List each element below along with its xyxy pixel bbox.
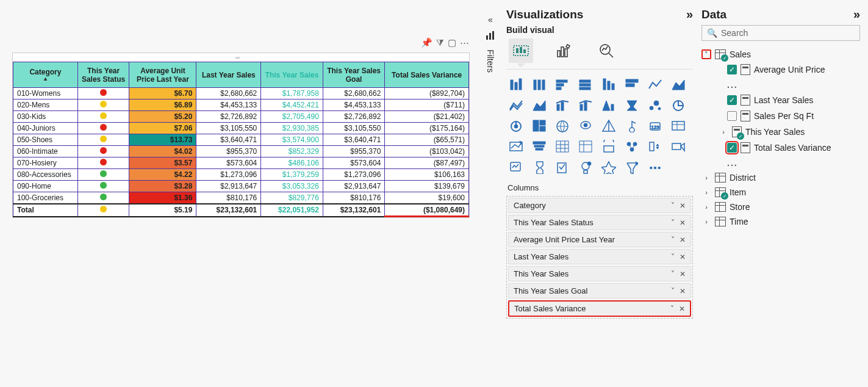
table-row[interactable]: 090-Home$3.28$2,913,647$3,053,326$2,913,… — [13, 181, 469, 192]
tree-ellipsis[interactable]: ... — [727, 156, 860, 170]
analytics-tab[interactable] — [594, 38, 619, 63]
field-pill[interactable]: Total Sales Variance˅✕ — [508, 300, 691, 317]
viz-type-waterfall[interactable] — [622, 96, 642, 114]
col-header-aup[interactable]: Average Unit Price Last Year — [129, 62, 196, 88]
filter-icon[interactable]: ⧩ — [436, 37, 444, 48]
viz-type-clustered-hbar[interactable] — [576, 76, 595, 93]
search-input[interactable]: 🔍 Search — [701, 25, 860, 41]
table-row[interactable]: 010-Womens$6.70$2,680,662$1,787,958$2,68… — [13, 88, 469, 99]
viz-type-kpi[interactable] — [506, 138, 526, 155]
remove-icon[interactable]: ✕ — [680, 219, 686, 227]
field-pill[interactable]: This Year Sales Goal˅✕ — [508, 283, 691, 298]
col-header-var[interactable]: Total Sales Variance — [385, 62, 469, 88]
table-row[interactable]: 050-Shoes$13.73$3,640,471$3,574,900$3,64… — [13, 134, 469, 146]
viz-type-slicer[interactable] — [529, 138, 549, 155]
viz-type-key-influencers[interactable] — [645, 138, 665, 155]
tree-ellipsis[interactable]: ... — [727, 78, 860, 92]
viz-type-smart-narrative[interactable] — [506, 159, 526, 176]
tree-table-sales[interactable]: ˅ ✓ Sales — [701, 47, 860, 62]
remove-icon[interactable]: ✕ — [680, 201, 686, 210]
col-header-goal[interactable]: This Year Sales Goal — [323, 62, 385, 88]
viz-type-combo[interactable] — [553, 96, 572, 114]
viz-type-100-bar[interactable] — [599, 76, 619, 93]
viz-type-qna[interactable] — [669, 138, 688, 155]
viz-type-line[interactable] — [645, 76, 665, 93]
field-pill[interactable]: Category˅✕ — [508, 198, 691, 213]
checkbox-checked[interactable]: ✓ — [727, 95, 737, 105]
tree-table-store[interactable]: › Store — [701, 200, 860, 214]
field-pill[interactable]: This Year Sales˅✕ — [508, 266, 691, 281]
remove-icon[interactable]: ✕ — [679, 305, 685, 313]
viz-type-clustered-bar[interactable] — [529, 76, 549, 93]
chevron-down-icon[interactable]: ˅ — [670, 305, 674, 313]
viz-type-card[interactable]: 123 — [645, 117, 665, 134]
viz-type-paginated[interactable] — [529, 159, 549, 176]
table-row[interactable]: 030-Kids$5.20$2,726,892$2,705,490$2,726,… — [13, 111, 469, 123]
viz-type-stacked-area[interactable] — [529, 96, 549, 114]
tree-table-district[interactable]: › District — [701, 170, 860, 185]
viz-type-filled-map[interactable] — [576, 117, 595, 134]
viz-type-power-apps[interactable] — [553, 159, 572, 176]
chevron-down-icon[interactable]: ˅ — [671, 236, 675, 244]
table-row[interactable]: 020-Mens$6.89$4,453,133$4,452,421$4,453,… — [13, 99, 469, 111]
viz-type-matrix[interactable] — [576, 138, 595, 155]
viz-type-ribbon[interactable] — [599, 96, 619, 114]
checkbox-checked[interactable]: ✓ — [727, 143, 737, 153]
build-visual-tab[interactable] — [509, 38, 533, 63]
viz-type-multi-row-card[interactable] — [669, 117, 688, 134]
viz-type-stacked-hbar[interactable] — [553, 76, 572, 93]
tree-table-item[interactable]: › ✓ Item — [701, 185, 860, 200]
chevron-down-icon[interactable]: ˅ — [671, 253, 675, 261]
viz-type-power-automate[interactable] — [576, 159, 595, 176]
filters-pane-collapsed[interactable]: « Filters — [483, 15, 498, 73]
field-pill[interactable]: Last Year Sales˅✕ — [508, 249, 691, 264]
viz-type-r-visual[interactable] — [599, 138, 619, 155]
tree-field-sales-per-sqft[interactable]: Sales Per Sq Ft — [727, 108, 860, 124]
tree-field-total-sales-variance[interactable]: ✓ Total Sales Variance — [727, 140, 860, 156]
col-header-status[interactable]: This Year Sales Status — [77, 62, 129, 88]
viz-type-py-script[interactable] — [622, 159, 642, 176]
table-row[interactable]: 040-Juniors$7.06$3,105,550$2,930,385$3,1… — [13, 123, 469, 134]
table-row[interactable]: 060-Intimate$4.02$955,370$852,329$955,37… — [13, 146, 469, 157]
chevron-right-icon[interactable]: › — [701, 202, 711, 212]
table-row[interactable]: 100-Groceries$1.36$810,176$829,776$810,1… — [13, 192, 469, 204]
chevron-right-icon[interactable]: › — [701, 217, 711, 226]
remove-icon[interactable]: ✕ — [680, 270, 686, 278]
viz-type-pie[interactable] — [669, 96, 688, 114]
chevron-right-icon[interactable]: › — [719, 127, 728, 137]
tree-field-avg-unit-price[interactable]: ✓ Average Unit Price — [727, 62, 860, 78]
remove-icon[interactable]: ✕ — [680, 287, 686, 295]
viz-type-multi-line[interactable] — [506, 96, 526, 114]
drag-handle-icon[interactable]: ═ — [235, 54, 246, 58]
expand-filters-icon[interactable]: « — [488, 15, 493, 24]
collapse-data-icon[interactable]: » — [853, 7, 860, 21]
format-visual-tab[interactable] — [551, 38, 576, 63]
col-header-ty[interactable]: This Year Sales — [261, 62, 323, 88]
table-row[interactable]: 080-Accessories$4.22$1,273,096$1,379,259… — [13, 169, 469, 181]
remove-icon[interactable]: ✕ — [680, 253, 686, 261]
viz-type-gauge[interactable] — [622, 117, 642, 134]
viz-type-table[interactable] — [553, 138, 572, 155]
more-icon[interactable]: ⋯ — [460, 37, 469, 48]
field-pill[interactable]: Average Unit Price Last Year˅✕ — [508, 232, 691, 247]
viz-type-area[interactable] — [669, 76, 688, 93]
field-pill[interactable]: This Year Sales Status˅✕ — [508, 215, 691, 230]
table-visual[interactable]: ═ 📌 ⧩ ▢ ⋯ Category This Year Sales Statu… — [12, 52, 470, 218]
chevron-right-icon[interactable]: › — [701, 173, 711, 183]
viz-type-map[interactable] — [553, 117, 572, 134]
pin-icon[interactable]: 📌 — [421, 37, 432, 48]
remove-icon[interactable]: ✕ — [680, 236, 686, 244]
checkbox-checked[interactable]: ✓ — [727, 65, 737, 74]
viz-type-donut[interactable] — [506, 117, 526, 134]
chevron-down-icon[interactable]: ˅ — [671, 219, 675, 227]
viz-type-decomp-tree[interactable] — [622, 138, 642, 155]
collapse-viz-icon[interactable]: » — [686, 7, 693, 21]
chevron-down-icon[interactable]: ˅ — [701, 49, 711, 59]
tree-field-last-year-sales[interactable]: ✓ Last Year Sales — [727, 92, 860, 108]
col-header-ly[interactable]: Last Year Sales — [196, 62, 261, 88]
table-row[interactable]: 070-Hosiery$3.57$573,604$486,106$573,604… — [13, 157, 469, 169]
col-header-category[interactable]: Category — [13, 62, 78, 88]
chevron-down-icon[interactable]: ˅ — [671, 287, 675, 295]
tree-field-this-year-sales[interactable]: › ✓ This Year Sales — [719, 124, 860, 140]
viz-type-stacked-bar[interactable] — [506, 76, 526, 93]
